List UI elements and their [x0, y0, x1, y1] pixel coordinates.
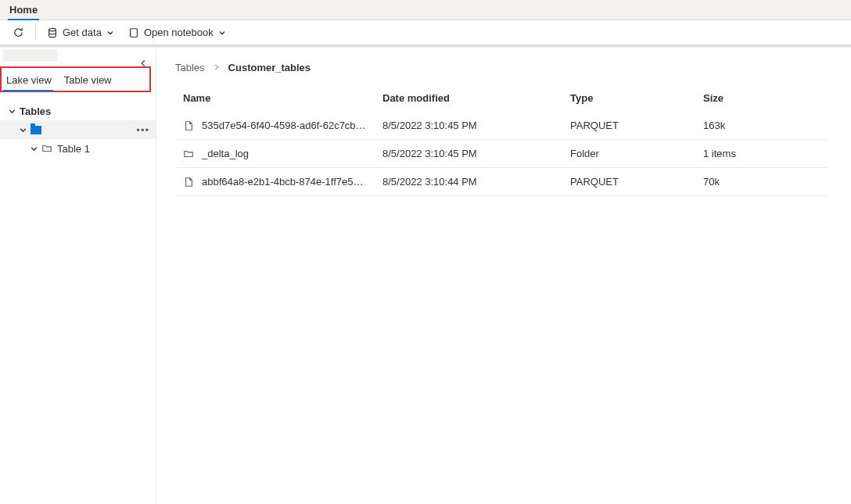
refresh-icon	[13, 27, 24, 38]
view-tabs-highlight-box: Lake view Table view	[0, 66, 151, 92]
table-row[interactable]: abbf64a8-e2b1-4bcb-874e-1ff7e524... 8/5/…	[175, 168, 828, 196]
table-row[interactable]: _delta_log 8/5/2022 3:10:45 PM Folder 1 …	[175, 140, 828, 168]
cell-type: Folder	[570, 148, 703, 159]
tree-node-label: Table 1	[57, 143, 90, 155]
open-notebook-label: Open notebook	[144, 27, 214, 38]
chevron-down-icon	[106, 29, 114, 37]
tab-lake-view[interactable]: Lake view	[2, 70, 59, 91]
breadcrumb-root[interactable]: Tables	[175, 62, 205, 73]
chevron-down-icon	[30, 145, 38, 153]
table-header: Name Date modified Type Size	[175, 88, 828, 112]
file-icon	[183, 177, 194, 188]
tree-node-label: Tables	[20, 105, 51, 117]
cell-size: 1 items	[703, 148, 820, 159]
more-button[interactable]: •••	[136, 124, 149, 136]
content-area: Tables Customer_tables Name Date modifie…	[156, 48, 851, 504]
cell-size: 163k	[703, 120, 820, 131]
chevron-left-icon	[138, 59, 148, 68]
folder-icon	[31, 126, 41, 134]
col-header-size[interactable]: Size	[703, 92, 820, 104]
breadcrumb-current: Customer_tables	[228, 62, 311, 73]
toolbar: Get data Open notebook	[0, 20, 851, 45]
collapse-sidebar-button[interactable]	[138, 59, 148, 70]
cell-size: 70k	[703, 176, 820, 188]
file-table: Name Date modified Type Size 535d7e54-6f…	[175, 88, 828, 196]
tree-node-tables[interactable]: Tables	[0, 102, 156, 120]
chevron-down-icon	[218, 29, 226, 37]
folder-icon	[183, 148, 194, 159]
cell-type: PARQUET	[570, 176, 703, 188]
col-header-name[interactable]: Name	[183, 92, 382, 104]
cell-date: 8/5/2022 3:10:44 PM	[382, 176, 570, 188]
cell-name: abbf64a8-e2b1-4bcb-874e-1ff7e524...	[202, 176, 366, 188]
tab-home[interactable]: Home	[8, 1, 39, 20]
notebook-icon	[128, 27, 139, 38]
folder-icon	[41, 143, 52, 154]
cell-date: 8/5/2022 3:10:45 PM	[382, 120, 570, 131]
chevron-down-icon	[19, 126, 27, 134]
tree-node-folder-selected[interactable]: •••	[0, 120, 156, 139]
redacted-label	[3, 49, 58, 62]
tree-node-table-1[interactable]: Table 1	[0, 139, 156, 158]
col-header-type[interactable]: Type	[570, 92, 703, 104]
file-icon	[183, 120, 194, 131]
cell-name: _delta_log	[202, 148, 249, 159]
cell-type: PARQUET	[570, 120, 703, 131]
main-area: Lake view Table view Tables ••• Table 1	[0, 48, 851, 504]
explorer-tree: Tables ••• Table 1	[0, 98, 156, 158]
chevron-down-icon	[8, 107, 16, 116]
chevron-right-icon	[213, 62, 221, 73]
svg-rect-1	[131, 28, 138, 37]
breadcrumb: Tables Customer_tables	[175, 62, 828, 73]
svg-point-0	[49, 28, 56, 31]
ribbon-tabs: Home	[0, 0, 851, 20]
refresh-button[interactable]	[8, 23, 29, 41]
open-notebook-button[interactable]: Open notebook	[124, 23, 231, 41]
database-icon	[47, 27, 58, 38]
cell-name: 535d7e54-6f40-4598-ad6f-62c7cbf1...	[202, 120, 366, 131]
sidebar-top	[0, 48, 156, 63]
sidebar: Lake view Table view Tables ••• Table 1	[0, 48, 156, 504]
toolbar-separator	[35, 26, 36, 40]
col-header-date[interactable]: Date modified	[382, 92, 570, 104]
table-row[interactable]: 535d7e54-6f40-4598-ad6f-62c7cbf1... 8/5/…	[175, 112, 828, 140]
get-data-label: Get data	[63, 27, 102, 38]
get-data-button[interactable]: Get data	[42, 23, 119, 41]
cell-date: 8/5/2022 3:10:45 PM	[382, 148, 570, 159]
tab-table-view[interactable]: Table view	[59, 70, 120, 91]
